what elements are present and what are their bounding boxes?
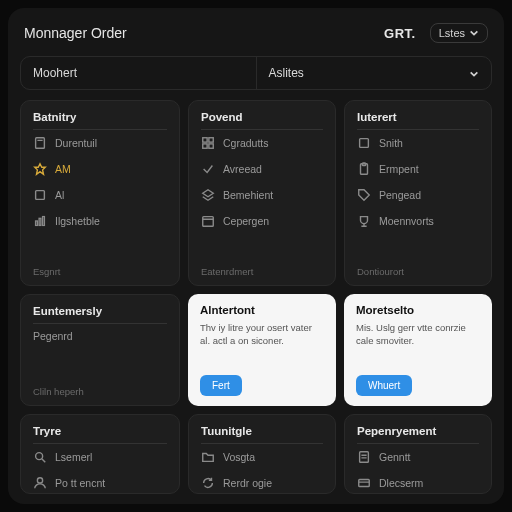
- list-item[interactable]: Po tt encnt: [33, 470, 167, 494]
- star-icon: [33, 162, 47, 176]
- card-body: Mis. Uslg gerr vtte conrzie cale smovite…: [356, 322, 480, 348]
- item-label: Lsemerl: [55, 451, 92, 463]
- list-item[interactable]: Vosgta: [201, 444, 323, 470]
- item-label: Al: [55, 189, 64, 201]
- card-title: Moretselto: [356, 304, 480, 316]
- item-label: AM: [55, 163, 71, 175]
- list-item[interactable]: Dlecserm: [357, 470, 479, 494]
- svg-marker-2: [35, 164, 46, 175]
- item-label: Genntt: [379, 451, 411, 463]
- list-item[interactable]: Pengead: [357, 182, 479, 208]
- calendar-icon: [201, 214, 215, 228]
- search-icon: [33, 450, 47, 464]
- grid-icon: [201, 136, 215, 150]
- sidebar-euntemersly: Euntemersly Pegenrd Cliln heperh: [20, 294, 180, 406]
- panel-tryre: Tryre Lsemerl Po tt encnt: [20, 414, 180, 494]
- list-item[interactable]: Cepergen: [201, 208, 323, 234]
- svg-rect-3: [36, 191, 45, 200]
- list-item[interactable]: Genntt: [357, 444, 479, 470]
- svg-rect-0: [36, 138, 45, 149]
- panel-title: Iuterert: [357, 111, 479, 130]
- item-label: Bemehient: [223, 189, 273, 201]
- page-title: Monnager Order: [24, 25, 127, 41]
- lists-dropdown-label: Lstes: [439, 27, 465, 39]
- svg-point-21: [37, 478, 42, 483]
- sidebar-batnitry: Batnitry Durentuil AM Al Ilgshetble Esgn…: [20, 100, 180, 286]
- tag-icon: [357, 188, 371, 202]
- sidebar-item[interactable]: Al: [33, 182, 167, 208]
- sidebar-item[interactable]: Durentuil: [33, 130, 167, 156]
- list-item[interactable]: Snith: [357, 130, 479, 156]
- sidebar-item[interactable]: Ilgshetble: [33, 208, 167, 234]
- card-primary-button[interactable]: Fert: [200, 375, 242, 396]
- list-item[interactable]: Rerdr ogie: [201, 470, 323, 494]
- sidebar-item[interactable]: AM: [33, 156, 167, 182]
- list-item[interactable]: Lsemerl: [33, 444, 167, 470]
- svg-rect-7: [203, 138, 207, 142]
- list-item[interactable]: Avreead: [201, 156, 323, 182]
- list-item[interactable]: Pegenrd: [33, 324, 167, 348]
- tab-row: Moohert Aslites: [20, 56, 492, 90]
- svg-rect-10: [209, 144, 213, 148]
- list-item[interactable]: Moennvorts: [357, 208, 479, 234]
- list-item[interactable]: Ermpent: [357, 156, 479, 182]
- item-label: Avreead: [223, 163, 262, 175]
- panel-povend: Povend Cgradutts Avreead Bemehient Ceper…: [188, 100, 336, 286]
- square-icon: [33, 188, 47, 202]
- item-label: Moennvorts: [379, 215, 434, 227]
- tab-moohert[interactable]: Moohert: [21, 57, 256, 89]
- item-label: Rerdr ogie: [223, 477, 272, 489]
- panel-title: Tryre: [33, 425, 167, 444]
- panel-footnote: Esgnrt: [33, 262, 167, 277]
- svg-rect-8: [209, 138, 213, 142]
- svg-rect-9: [203, 144, 207, 148]
- item-label: Durentuil: [55, 137, 97, 149]
- app-frame: Monnager Order GRT. Lstes Moohert Aslite…: [8, 8, 504, 504]
- card-primary-button[interactable]: Whuert: [356, 375, 412, 396]
- item-label: Dlecserm: [379, 477, 423, 489]
- item-label: Vosgta: [223, 451, 255, 463]
- svg-rect-12: [203, 217, 214, 227]
- card-alntertont: Alntertont Thv iy litre your osert vater…: [188, 294, 336, 406]
- trophy-icon: [357, 214, 371, 228]
- card-title: Alntertont: [200, 304, 324, 316]
- item-label: Snith: [379, 137, 403, 149]
- chevron-down-icon: [469, 68, 479, 78]
- refresh-icon: [201, 476, 215, 490]
- list-item[interactable]: Bemehient: [201, 182, 323, 208]
- item-label: Po tt encnt: [55, 477, 105, 489]
- brand-logo: GRT.: [384, 26, 416, 41]
- lists-dropdown[interactable]: Lstes: [430, 23, 488, 43]
- svg-rect-6: [43, 217, 45, 226]
- card-icon: [357, 476, 371, 490]
- panel-footnote: Cliln heperh: [33, 382, 167, 397]
- tab-label: Moohert: [33, 66, 77, 80]
- svg-rect-22: [360, 452, 369, 463]
- chevron-down-icon: [469, 28, 479, 38]
- card-moretselto: Moretselto Mis. Uslg gerr vtte conrzie c…: [344, 294, 492, 406]
- item-label: Pegenrd: [33, 330, 73, 342]
- panel-title: Pepenryement: [357, 425, 479, 444]
- item-label: Pengead: [379, 189, 421, 201]
- folder-icon: [201, 450, 215, 464]
- list-item[interactable]: Cgradutts: [201, 130, 323, 156]
- item-label: Cgradutts: [223, 137, 269, 149]
- user-icon: [33, 476, 47, 490]
- box-icon: [357, 136, 371, 150]
- panel-tuunitgle: Tuunitgle Vosgta Rerdr ogie: [188, 414, 336, 494]
- panel-title: Euntemersly: [33, 305, 167, 324]
- item-label: Ermpent: [379, 163, 419, 175]
- layers-icon: [201, 188, 215, 202]
- clipboard-icon: [357, 162, 371, 176]
- bars-icon: [33, 214, 47, 228]
- topbar-right: GRT. Lstes: [384, 23, 488, 43]
- tab-aslites[interactable]: Aslites: [256, 57, 492, 89]
- panel-title: Batnitry: [33, 111, 167, 130]
- svg-rect-5: [39, 218, 41, 225]
- panel-footnote: Eatenrdmert: [201, 262, 323, 277]
- panel-title: Tuunitgle: [201, 425, 323, 444]
- panel-footnote: Dontiourort: [357, 262, 479, 277]
- panel-iuterert: Iuterert Snith Ermpent Pengead Moennvort…: [344, 100, 492, 286]
- panel-pepenryement: Pepenryement Genntt Dlecserm: [344, 414, 492, 494]
- svg-marker-11: [203, 190, 214, 197]
